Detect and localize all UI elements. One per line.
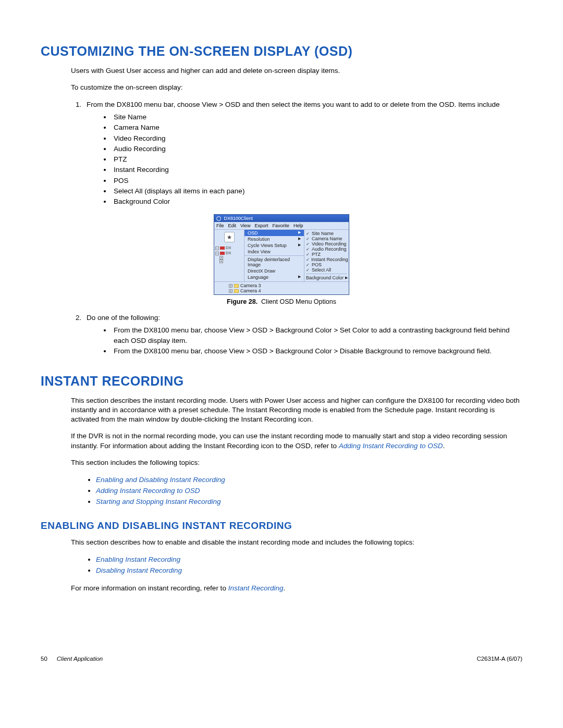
check-icon: ✓	[306, 268, 310, 273]
link-adding-instant-recording-osd[interactable]: Adding Instant Recording to OSD	[339, 442, 443, 450]
osd-menubar: File Edit View Export Favorite Help	[214, 222, 349, 230]
osd-opt-ptz[interactable]: ✓PTZ	[306, 252, 347, 257]
osd-item: POS	[112, 176, 522, 186]
osd-item: Site Name	[112, 112, 522, 122]
link-instant-recording[interactable]: Instant Recording	[228, 584, 284, 592]
osd-items-list: Site Name Camera Name Video Recording Au…	[112, 112, 522, 207]
menu-export[interactable]: Export	[254, 223, 268, 228]
figure-osd-menu: DX8100Client File Edit View Export Favor…	[41, 214, 522, 305]
submenu-arrow-icon: ▶	[298, 237, 301, 242]
tree-expand-icon[interactable]: +	[219, 260, 223, 263]
enable-disable-p2-text: For more information on instant recordin…	[71, 584, 228, 592]
osd-step-2b: From the DX8100 menu bar, choose View > …	[112, 346, 522, 356]
osd-tree-cameras: +Camera 3 +Camera 4	[214, 281, 349, 294]
folder-icon	[234, 289, 239, 293]
osd-item: Select All (displays all items in each p…	[112, 186, 522, 196]
osd-opt-camera-name[interactable]: ✓Camera Name	[306, 236, 347, 241]
osd-opt-video-recording[interactable]: ✓Video Recording	[306, 241, 347, 246]
period: .	[443, 442, 445, 450]
heading-instant-recording: INSTANT RECORDING	[41, 374, 522, 389]
osd-step-2-options: From the DX8100 menu bar, choose View > …	[112, 325, 522, 357]
page-footer: 50 Client Application C2631M-A (6/07)	[41, 656, 522, 662]
osd-submenu: ✓Site Name ✓Camera Name ✓Video Recording…	[304, 230, 349, 281]
enable-disable-p2: For more information on instant recordin…	[71, 584, 522, 593]
check-icon: ✓	[306, 263, 310, 267]
menu-item-osd[interactable]: OSD▶	[244, 230, 304, 236]
tree-expand-icon[interactable]: +	[229, 289, 232, 293]
enable-disable-p1: This section describes how to enable and…	[71, 538, 522, 547]
menu-item-deinterlaced[interactable]: Display deinterlaced Image	[244, 256, 304, 268]
osd-item: Instant Recording	[112, 165, 522, 175]
submenu-arrow-icon: ▶	[298, 275, 301, 280]
footer-doc-id: C2631M-A (6/07)	[476, 656, 522, 662]
check-icon: ✓	[306, 252, 310, 257]
osd-item: Audio Recording	[112, 144, 522, 154]
link-adding-to-osd[interactable]: Adding Instant Recording to OSD	[96, 487, 200, 495]
osd-item: Background Color	[112, 196, 522, 207]
figure-title: Client OSD Menu Options	[261, 298, 336, 305]
menu-item-directx[interactable]: DirectX Draw	[244, 268, 304, 274]
menu-item-index-view[interactable]: Index View	[244, 249, 304, 255]
tree-expand-icon[interactable]: +	[219, 256, 223, 260]
page-number: 50	[41, 656, 47, 662]
link-starting-stopping[interactable]: Starting and Stopping Instant Recording	[96, 498, 221, 505]
heading-customizing-osd: CUSTOMIZING THE ON-SCREEN DISPLAY (OSD)	[41, 44, 522, 59]
footer-section: Client Application	[57, 656, 103, 662]
menu-help[interactable]: Help	[293, 223, 303, 228]
tree-expand-icon[interactable]: +	[229, 284, 232, 288]
list-item: Disabling Instant Recording	[96, 565, 522, 576]
check-icon: ✓	[306, 257, 310, 262]
tree-expand-icon[interactable]: −	[215, 246, 219, 250]
menu-edit[interactable]: Edit	[228, 223, 237, 228]
menu-view[interactable]: View	[240, 223, 250, 228]
check-icon: ✓	[306, 242, 310, 246]
tree-expand-icon[interactable]: −	[215, 252, 219, 255]
osd-window-titlebar: DX8100Client	[214, 215, 349, 222]
link-enabling-disabling[interactable]: Enabling and Disabling Instant Recording	[96, 476, 225, 484]
osd-steps-list-cont: Do one of the following: From the DX8100…	[83, 313, 522, 356]
submenu-arrow-icon: ▶	[345, 276, 348, 280]
osd-step-1-text: From the DX8100 menu bar, choose View > …	[87, 101, 500, 108]
list-item: Enabling Instant Recording	[96, 554, 522, 565]
osd-opt-instant-recording[interactable]: ✓Instant Recording	[306, 257, 347, 262]
check-icon: ✓	[306, 231, 310, 236]
tree-node[interactable]: DX	[226, 245, 231, 251]
camera-node[interactable]: Camera 3	[240, 283, 261, 288]
camera-icon	[220, 246, 225, 250]
menu-file[interactable]: File	[216, 223, 224, 228]
osd-opt-background-color[interactable]: Background Color▶	[306, 275, 347, 280]
osd-step-2: Do one of the following: From the DX8100…	[83, 313, 522, 356]
period: .	[283, 584, 285, 592]
view-menu-dropdown: OSD▶ Resolution▶ Cycle Views Setup▶ Inde…	[244, 230, 304, 281]
figure-number: Figure 28.	[227, 298, 258, 305]
osd-item: Video Recording	[112, 133, 522, 144]
instant-recording-p1: This section describes the instant recor…	[71, 396, 522, 425]
camera-node[interactable]: Camera 4	[240, 288, 261, 293]
check-icon: ✓	[306, 247, 310, 252]
menu-item-language[interactable]: Language▶	[244, 274, 304, 280]
tool-button[interactable]: ★	[224, 232, 235, 242]
link-enabling[interactable]: Enabling Instant Recording	[96, 556, 180, 563]
osd-window: DX8100Client File Edit View Export Favor…	[214, 214, 349, 295]
app-icon	[216, 216, 221, 221]
menu-item-resolution[interactable]: Resolution▶	[244, 236, 304, 242]
menu-favorite[interactable]: Favorite	[272, 223, 289, 228]
osd-left-panel: ★ −DX −DX + +	[214, 230, 244, 281]
heading-enabling-disabling: ENABLING AND DISABLING INSTANT RECORDING	[41, 520, 522, 532]
check-icon: ✓	[306, 237, 310, 241]
camera-icon	[220, 252, 225, 255]
osd-opt-select-all[interactable]: ✓Select All	[306, 267, 347, 273]
menu-item-cycle-views[interactable]: Cycle Views Setup▶	[244, 242, 304, 249]
enable-disable-topic-list: Enabling Instant Recording Disabling Ins…	[96, 554, 522, 576]
osd-steps-list: From the DX8100 menu bar, choose View > …	[83, 100, 522, 207]
folder-icon	[234, 284, 239, 288]
osd-window-title: DX8100Client	[224, 216, 253, 221]
osd-opt-site-name[interactable]: ✓Site Name	[306, 231, 347, 236]
osd-opt-audio-recording[interactable]: ✓Audio Recording	[306, 246, 347, 252]
osd-opt-pos[interactable]: ✓POS	[306, 262, 347, 267]
instant-recording-topic-list: Enabling and Disabling Instant Recording…	[96, 475, 522, 508]
link-disabling[interactable]: Disabling Instant Recording	[96, 566, 182, 574]
submenu-arrow-icon: ▶	[298, 243, 301, 248]
osd-item: Camera Name	[112, 122, 522, 133]
tree-node[interactable]: DX	[226, 251, 231, 256]
